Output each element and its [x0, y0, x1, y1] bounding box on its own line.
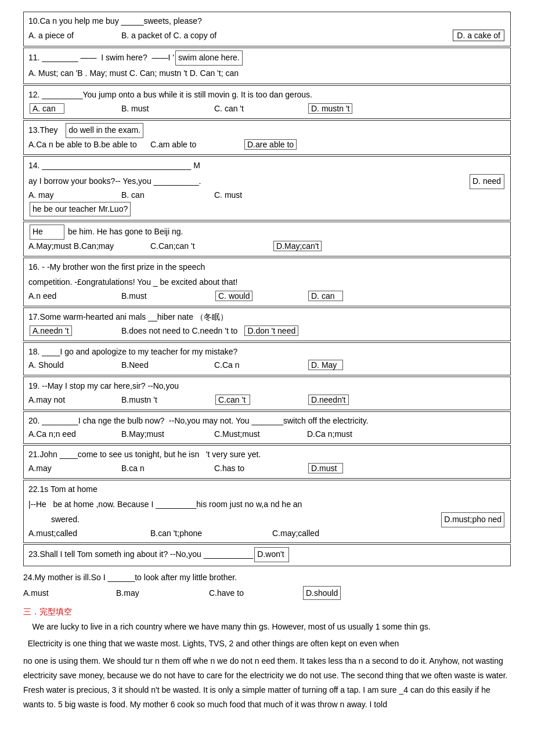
q21-options: A.may B.ca n C.has to D.must	[28, 463, 506, 473]
q13-optC: C.am able to	[150, 140, 237, 149]
q21-text: 21.John ____come to see us tonight, but …	[28, 448, 506, 462]
q20-options: A.Ca n;n eed B.May;must C.Must;must D.Ca…	[28, 429, 506, 439]
q12-optC: C. can 't	[214, 104, 301, 113]
question-23: 23.Shall I tell Tom someth ing about it?…	[23, 544, 511, 566]
q22-optA: A.must;called	[28, 529, 145, 538]
q22-options: A.must;called B.can 't;phone C.may;calle…	[28, 529, 506, 538]
q16-optB: B.must	[121, 291, 208, 301]
q24-options: A.must B.may C.have to D.should	[23, 586, 511, 600]
q13-text: 13.They do well in the exam.	[28, 123, 506, 138]
q12-optD: D. mustn 't	[308, 103, 352, 114]
passage-p2: Electricity is one thing that we waste m…	[23, 636, 511, 651]
passage-p1: We are lucky to live in a rich country w…	[23, 620, 511, 634]
q10-optD: D. a cake of	[453, 30, 504, 41]
q18-label: 18. ____I go and apologize to my teacher…	[28, 345, 237, 359]
q15-he: He	[30, 225, 64, 240]
q16-text: 16. - -My brother won the first prize in…	[28, 261, 506, 274]
q20-optA: A.Ca n;n eed	[28, 429, 116, 439]
q21-optC: C.has to	[214, 464, 301, 473]
q18-text: 18. ____I go and apologize to my teacher…	[28, 345, 506, 359]
content-area: 10.Ca n you help me buy _____sweets, ple…	[23, 12, 511, 712]
q14-extra-box: he be our teacher Mr.Luo?	[30, 202, 131, 217]
question-16: 16. - -My brother won the first prize in…	[23, 258, 511, 306]
question-13: 13.They do well in the exam. A.Ca n be a…	[23, 120, 511, 155]
question-10: 10.Ca n you help me buy _____sweets, ple…	[23, 12, 511, 46]
q23-text: 23.Shall I tell Tom someth ing about it?…	[28, 547, 506, 562]
q10-text: 10.Ca n you help me buy _____sweets, ple…	[28, 15, 506, 28]
q24-label: 24.My mother is ill.So I ______to look a…	[23, 571, 237, 585]
q14-optA: A. may	[28, 190, 116, 200]
question-17: 17.Some warm-hearted ani mals __hiber na…	[23, 308, 511, 341]
q17-optA: A.needn 't	[28, 325, 116, 336]
q16-label: 16. - -My brother won the first prize in…	[28, 261, 205, 274]
question-14: 14. _________________________________ M …	[23, 156, 511, 220]
section3-title: 三．完型填空	[23, 607, 511, 617]
q20-text: 20. ________I cha nge the bulb now? --No…	[28, 414, 506, 428]
q19-optD: D.needn't	[308, 395, 349, 405]
q21-optD: D.must	[308, 463, 343, 473]
q12-optB: B. must	[121, 104, 208, 113]
q21-label: 21.John ____come to see us tonight, but …	[28, 448, 261, 462]
q11-right-box: swim alone here.	[175, 50, 243, 66]
q10-optBC: B. a packet of C. a copy of	[121, 31, 237, 40]
q15-optC: C.Can;can 't	[150, 241, 266, 251]
q15-optD: D.May;can't	[273, 241, 322, 251]
question-20: 20. ________I cha nge the bulb now? --No…	[23, 411, 511, 444]
q11-text: 11. ________ —— I swim here? ——I ' swim …	[28, 50, 506, 66]
q22-label: 22.1s Tom at home	[28, 483, 98, 497]
q16-optD: D. can	[308, 291, 343, 301]
question-15: He be him. He has gone to Beiji ng. A.Ma…	[23, 222, 511, 256]
q15-mid: be him. He has gone to Beiji ng.	[66, 225, 183, 239]
q16-text2: competition. -£ongratulations! You _ be …	[28, 276, 506, 290]
q21-optB: B.ca n	[121, 464, 208, 473]
question-21: 21.John ____come to see us tonight, but …	[23, 445, 511, 479]
q15-options: A.May;must B.Can;may C.Can;can 't D.May;…	[28, 241, 506, 251]
passage-text: We are lucky to live in a rich country w…	[23, 620, 511, 712]
q13-optAB: A.Ca n be able to B.be able to	[28, 140, 145, 149]
q18-optD: D. May	[308, 360, 343, 370]
q12-text: 12. _________You jump onto a bus while i…	[28, 88, 506, 102]
q24-optA: A.must	[23, 587, 110, 599]
q17-options: A.needn 't B.does not need to C.needn 't…	[28, 325, 506, 336]
q16-label2: competition. -£ongratulations! You _ be …	[28, 276, 237, 290]
q22-optD: D.must;pho ned	[441, 512, 504, 527]
q12-label: 12. _________You jump onto a bus while i…	[28, 88, 312, 102]
q20-optC: C.Must;must	[214, 429, 301, 439]
q14-optD: D. need	[470, 174, 504, 189]
q24-text: 24.My mother is ill.So I ______to look a…	[23, 571, 511, 585]
q22-sub: |--He be at home ,now. Because I _______…	[28, 498, 506, 512]
q11-options: A. Must; can 'B . May; must C. Can; must…	[28, 67, 506, 81]
q23-label: 23.Shall I tell Tom someth ing about it?…	[28, 548, 253, 562]
q22-optC: C.may;called	[272, 529, 359, 538]
q14-label: 14. _________________________________ M	[28, 159, 200, 173]
q22-optB: B.can 't;phone	[150, 529, 266, 538]
question-22: 22.1s Tom at home |--He be at home ,now.…	[23, 480, 511, 543]
q19-label: 19. --May I stop my car here,sir? --No,y…	[28, 379, 179, 393]
q11-mid: I swim here? ——I '	[97, 51, 174, 65]
q12-options: A. can B. must C. can 't D. mustn 't	[28, 103, 506, 114]
q22-sub2: swered. D.must;pho ned	[28, 512, 506, 527]
q11-label: 11. ________ ——	[28, 51, 97, 65]
q20-optB: B.May;must	[121, 429, 208, 439]
q16-optA: A.n eed	[28, 291, 116, 301]
q18-optA: A. Should	[28, 360, 116, 370]
q19-optA: A.may not	[28, 395, 116, 404]
q22-sub2-text: swered.	[28, 513, 80, 527]
q14-sub: ay I borrow your books?-- Yes,you ______…	[28, 174, 506, 189]
q12-optA: A. can	[28, 103, 116, 114]
q16-optC: C. would	[214, 291, 301, 301]
q24-optD: D.should	[303, 586, 341, 600]
q24-optB: B.may	[116, 587, 203, 599]
q18-optC: C.Ca n	[214, 360, 301, 370]
q14-sub-text: ay I borrow your books?-- Yes,you ______…	[28, 175, 201, 189]
q13-optD: D.are able to	[244, 139, 297, 150]
q14-extra: he be our teacher Mr.Luo?	[28, 202, 506, 217]
q17-optBC: B.does not need to C.needn 't to	[121, 326, 237, 335]
q14-options: A. may B. can C. must	[28, 190, 506, 200]
q14-optB: B. can	[121, 190, 208, 200]
question-12: 12. _________You jump onto a bus while i…	[23, 85, 511, 119]
q19-optB: B.mustn 't	[121, 395, 208, 404]
q10-options: A. a piece of B. a packet of C. a copy o…	[28, 30, 506, 41]
q17-optD: D.don 't need	[244, 325, 298, 336]
q13-label: 13.They do well in the exam.	[28, 123, 145, 138]
